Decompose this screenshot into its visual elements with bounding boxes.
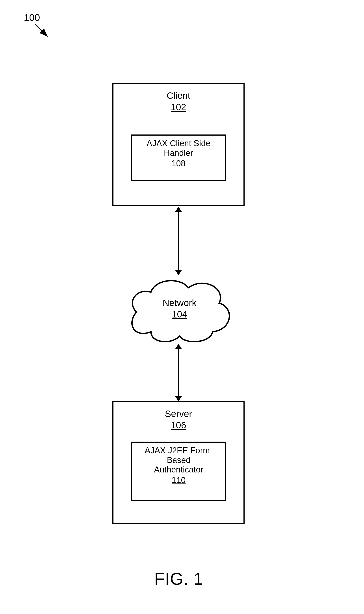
ajax-authenticator-box: AJAX J2EE Form- Based Authenticator 110 bbox=[131, 441, 226, 501]
ajax-client-handler-title-line2: Handler bbox=[164, 148, 193, 158]
svg-line-0 bbox=[35, 24, 46, 35]
network-cloud: Network 104 bbox=[125, 272, 235, 347]
ajax-authenticator-title: AJAX J2EE Form- Based Authenticator bbox=[132, 446, 225, 475]
network-number: 104 bbox=[125, 309, 235, 320]
ajax-authenticator-title-line3: Authenticator bbox=[154, 465, 203, 474]
server-number: 106 bbox=[114, 420, 244, 431]
server-box: Server 106 AJAX J2EE Form- Based Authent… bbox=[112, 401, 245, 524]
figure-ref-number: 100 bbox=[24, 12, 40, 23]
figure-ref-arrow-icon bbox=[33, 22, 53, 42]
svg-marker-2 bbox=[175, 207, 182, 212]
ajax-client-handler-title-line1: AJAX Client Side bbox=[146, 139, 210, 148]
svg-marker-6 bbox=[175, 396, 182, 401]
client-number: 102 bbox=[114, 102, 244, 112]
client-box: Client 102 AJAX Client Side Handler 108 bbox=[112, 83, 245, 206]
client-title: Client bbox=[114, 90, 244, 101]
architecture-diagram: 100 Client 102 AJAX Client Side Handler … bbox=[0, 0, 364, 614]
ajax-client-handler-title: AJAX Client Side Handler bbox=[132, 139, 225, 158]
ajax-client-handler-box: AJAX Client Side Handler 108 bbox=[131, 134, 226, 181]
server-title: Server bbox=[114, 409, 244, 419]
client-network-connector-icon bbox=[172, 207, 185, 275]
ajax-authenticator-number: 110 bbox=[132, 476, 225, 485]
ajax-client-handler-number: 108 bbox=[132, 159, 225, 168]
network-title: Network bbox=[125, 298, 235, 308]
ajax-authenticator-title-line2: Based bbox=[167, 455, 191, 465]
figure-caption: FIG. 1 bbox=[154, 569, 203, 589]
ajax-authenticator-title-line1: AJAX J2EE Form- bbox=[145, 446, 213, 455]
svg-marker-5 bbox=[175, 344, 182, 349]
network-server-connector-icon bbox=[172, 344, 185, 401]
